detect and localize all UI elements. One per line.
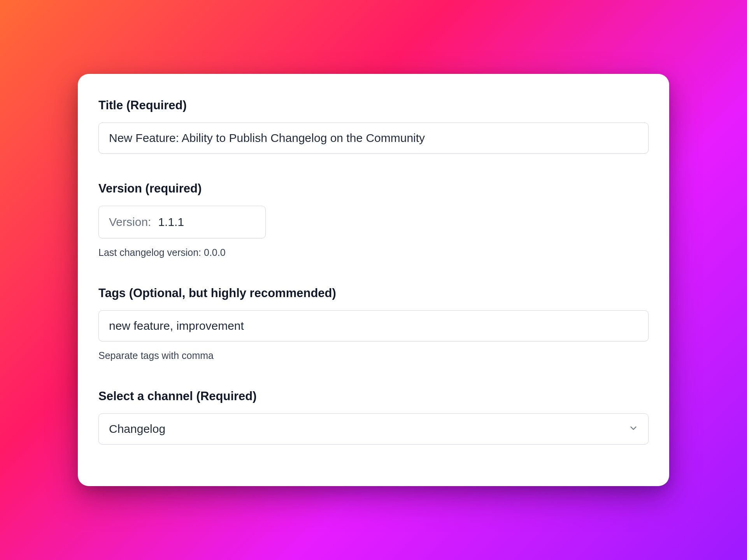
- channel-group: Select a channel (Required) Changelog: [98, 389, 649, 444]
- tags-label: Tags (Optional, but highly recommended): [98, 286, 649, 300]
- channel-selected-value: Changelog: [109, 422, 165, 436]
- channel-label: Select a channel (Required): [98, 389, 649, 403]
- channel-select[interactable]: Changelog: [98, 413, 649, 444]
- version-input-wrapper: Version:: [98, 206, 266, 238]
- title-label: Title (Required): [98, 98, 649, 112]
- channel-select-wrapper: Changelog: [98, 413, 649, 444]
- version-helper: Last changelog version: 0.0.0: [98, 247, 649, 258]
- version-prefix: Version:: [109, 215, 151, 229]
- title-group: Title (Required): [98, 98, 649, 154]
- version-label: Version (required): [98, 182, 649, 196]
- title-input[interactable]: [98, 122, 649, 154]
- tags-group: Tags (Optional, but highly recommended) …: [98, 286, 649, 361]
- tags-input[interactable]: [98, 310, 649, 341]
- version-group: Version (required) Version: Last changel…: [98, 182, 649, 258]
- tags-helper: Separate tags with comma: [98, 350, 649, 361]
- version-input[interactable]: [158, 215, 212, 229]
- changelog-form-card: Title (Required) Version (required) Vers…: [78, 74, 669, 486]
